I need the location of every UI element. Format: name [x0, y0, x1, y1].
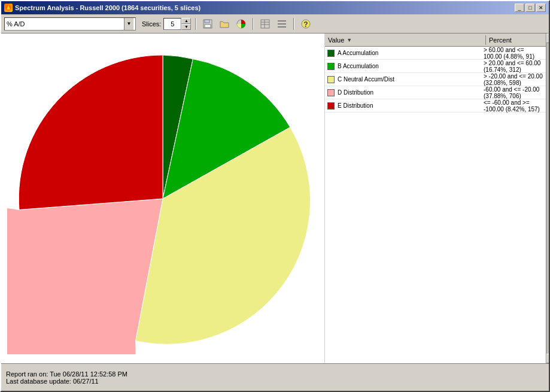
- slices-input[interactable]: [163, 18, 181, 30]
- legend-row: D Distribution-60.00 and <= -20.00 (37.8…: [325, 86, 546, 99]
- dropdown-value: % A/D: [7, 20, 25, 28]
- pie-chart-svg: [7, 43, 318, 354]
- title-bar-left: Spectrum Analysis - Russell 2000 (1864 s…: [4, 4, 200, 12]
- status-bar: Report ran on: Tue 06/28/11 12:52:58 PM …: [1, 363, 549, 391]
- toolbar-separator-2: [253, 18, 254, 30]
- table-button[interactable]: [258, 17, 272, 31]
- toolbar-separator-3: [293, 18, 294, 30]
- legend-color-swatch: [327, 102, 335, 110]
- indicator-dropdown[interactable]: % A/D ▼: [4, 17, 136, 31]
- title-bar-controls: _ □ ✕: [515, 4, 546, 12]
- legend-area: Value ▼ Percent A Accumulation> 60.00 an…: [324, 34, 546, 363]
- legend-row: C Neutral Accum/Dist> -20.00 and <= 20.0…: [325, 73, 546, 86]
- status-line-1: Report ran on: Tue 06/28/11 12:52:58 PM: [6, 370, 544, 378]
- slices-control: ▲ ▼: [163, 18, 191, 30]
- legend-percent-col-header[interactable]: Percent: [486, 35, 546, 45]
- app-icon: [4, 4, 13, 12]
- legend-row: B Accumulation> 20.00 and <= 60.00 (16.7…: [325, 60, 546, 73]
- svg-text:?: ?: [304, 20, 308, 29]
- legend-rows: A Accumulation> 60.00 and <= 100.00 (4.8…: [325, 47, 546, 363]
- status-line-2: Last database update: 06/27/11: [6, 378, 544, 385]
- minimize-button[interactable]: _: [515, 4, 524, 12]
- legend-color-swatch: [327, 63, 335, 70]
- legend-row-value: <= -60.00 and >= -100.00 (8.42%, 157): [484, 99, 543, 113]
- maximize-button[interactable]: □: [525, 4, 535, 12]
- slices-down-button[interactable]: ▼: [181, 24, 191, 30]
- chart-type-button[interactable]: [234, 17, 248, 31]
- legend-header: Value ▼ Percent: [325, 34, 546, 47]
- main-window: Spectrum Analysis - Russell 2000 (1864 s…: [0, 0, 550, 392]
- scroll-up-button[interactable]: ▲: [546, 34, 549, 43]
- window-title: Spectrum Analysis - Russell 2000 (1864 s…: [15, 4, 200, 11]
- legend-row-label: A Accumulation: [338, 50, 484, 56]
- title-bar: Spectrum Analysis - Russell 2000 (1864 s…: [1, 1, 549, 14]
- slices-label: Slices:: [142, 20, 161, 28]
- legend-row-label: D Distribution: [338, 89, 484, 96]
- scroll-track[interactable]: [546, 43, 549, 354]
- legend-row-label: E Distribution: [338, 102, 484, 109]
- save-button[interactable]: [200, 17, 215, 31]
- legend-row-label: B Accumulation: [338, 63, 484, 69]
- legend-row: A Accumulation> 60.00 and <= 100.00 (4.8…: [325, 47, 546, 60]
- pie-chart: [7, 43, 318, 354]
- svg-rect-3: [205, 25, 211, 28]
- legend-color-swatch: [327, 50, 335, 57]
- chart-area: [1, 34, 324, 363]
- vertical-scrollbar[interactable]: ▲ ▼: [546, 34, 549, 363]
- svg-rect-5: [261, 20, 269, 28]
- slices-spinner: ▲ ▼: [181, 18, 191, 30]
- list-button[interactable]: [275, 17, 289, 31]
- toolbar: % A/D ▼ Slices: ▲ ▼: [1, 14, 549, 34]
- close-button[interactable]: ✕: [536, 4, 546, 12]
- legend-color-swatch: [327, 89, 335, 96]
- legend-row-value: -60.00 and <= -20.00 (37.88%, 706): [484, 86, 543, 99]
- legend-row-value: > 60.00 and <= 100.00 (4.88%, 91): [484, 47, 543, 60]
- sort-icon: ▼: [347, 37, 352, 43]
- main-content: Value ▼ Percent A Accumulation> 60.00 an…: [1, 34, 549, 363]
- open-button[interactable]: [217, 17, 232, 31]
- legend-row-label: C Neutral Accum/Dist: [338, 76, 484, 83]
- legend-row-value: > 20.00 and <= 60.00 (16.74%, 312): [484, 60, 543, 73]
- svg-rect-2: [205, 20, 209, 23]
- legend-color-swatch: [327, 76, 335, 83]
- toolbar-separator-1: [195, 18, 196, 30]
- legend-value-col-header[interactable]: Value ▼: [325, 35, 486, 45]
- legend-row-value: > -20.00 and <= 20.00 (32.08%, 598): [484, 73, 543, 86]
- scroll-down-button[interactable]: ▼: [546, 354, 549, 363]
- slices-up-button[interactable]: ▲: [181, 18, 191, 24]
- legend-row: E Distribution<= -60.00 and >= -100.00 (…: [325, 99, 546, 113]
- help-button[interactable]: ?: [299, 17, 313, 31]
- dropdown-arrow-icon[interactable]: ▼: [124, 18, 133, 30]
